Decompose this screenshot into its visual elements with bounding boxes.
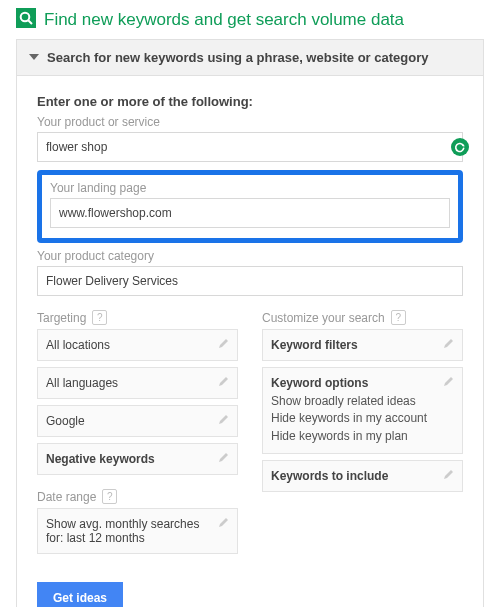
help-icon[interactable]: ? <box>92 310 107 325</box>
chip-label: Negative keywords <box>46 452 155 466</box>
landing-page-highlight: Your landing page <box>37 170 463 243</box>
chip-label: Google <box>46 414 85 428</box>
pencil-icon <box>218 451 230 466</box>
keyword-filters[interactable]: Keyword filters <box>262 329 463 361</box>
keyword-option-line: Hide keywords in my plan <box>271 428 454 445</box>
svg-rect-0 <box>16 8 36 28</box>
date-range-line1: Show avg. monthly searches <box>46 517 229 531</box>
date-range-label: Date range <box>37 490 96 504</box>
get-ideas-button[interactable]: Get ideas <box>37 582 123 607</box>
accordion-header[interactable]: Search for new keywords using a phrase, … <box>17 40 483 75</box>
pencil-icon <box>218 375 230 390</box>
targeting-label: Targeting <box>37 311 86 325</box>
chip-label: All languages <box>46 376 118 390</box>
keyword-options[interactable]: Keyword options Show broadly related ide… <box>262 367 463 454</box>
targeting-negative-keywords[interactable]: Negative keywords <box>37 443 238 475</box>
product-category-input[interactable] <box>37 266 463 296</box>
grammarly-icon <box>451 138 469 156</box>
targeting-network[interactable]: Google <box>37 405 238 437</box>
search-icon <box>16 8 36 31</box>
accordion-title: Search for new keywords using a phrase, … <box>47 50 428 65</box>
landing-page-input[interactable] <box>50 198 450 228</box>
page-title: Find new keywords and get search volume … <box>44 10 404 30</box>
caret-down-icon <box>29 50 47 65</box>
svg-marker-3 <box>29 54 39 60</box>
chip-label: Keywords to include <box>271 469 388 483</box>
product-service-label: Your product or service <box>37 115 463 129</box>
chip-label: Keyword filters <box>271 338 358 352</box>
keyword-option-line: Show broadly related ideas <box>271 393 454 410</box>
pencil-icon <box>443 337 455 352</box>
date-range-line2: for: last 12 months <box>46 531 229 545</box>
targeting-locations[interactable]: All locations <box>37 329 238 361</box>
pencil-icon <box>443 375 455 390</box>
pencil-icon <box>218 516 230 531</box>
targeting-languages[interactable]: All languages <box>37 367 238 399</box>
lead-text: Enter one or more of the following: <box>37 94 463 109</box>
product-service-input[interactable] <box>37 132 463 162</box>
help-icon[interactable]: ? <box>391 310 406 325</box>
help-icon[interactable]: ? <box>102 489 117 504</box>
keyword-option-line: Hide keywords in my account <box>271 410 454 427</box>
landing-page-label: Your landing page <box>50 181 450 195</box>
product-category-label: Your product category <box>37 249 463 263</box>
date-range-chip[interactable]: Show avg. monthly searches for: last 12 … <box>37 508 238 554</box>
customize-label: Customize your search <box>262 311 385 325</box>
pencil-icon <box>443 468 455 483</box>
accordion-body: Enter one or more of the following: Your… <box>17 75 483 607</box>
pencil-icon <box>218 413 230 428</box>
keyword-accordion: Search for new keywords using a phrase, … <box>16 39 484 607</box>
pencil-icon <box>218 337 230 352</box>
chip-label: All locations <box>46 338 110 352</box>
chip-label: Keyword options <box>271 376 368 390</box>
keywords-to-include[interactable]: Keywords to include <box>262 460 463 492</box>
